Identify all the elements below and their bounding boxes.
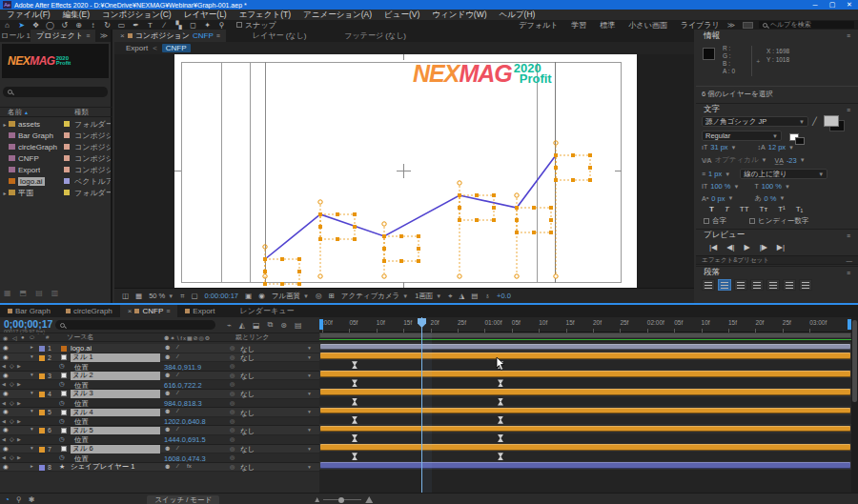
prev-keyframe-button[interactable]: ◀ — [2, 400, 6, 406]
eye-column-icon[interactable]: ◉ — [3, 334, 8, 341]
project-item-name[interactable]: CNFP — [18, 154, 39, 163]
view-layout-select[interactable]: 1画面▼ — [415, 292, 441, 301]
parent-pickwhip-icon[interactable]: ◎ — [230, 372, 235, 378]
project-item-name[interactable]: circleGraph — [18, 143, 57, 151]
graph-editor-include-icon[interactable]: ◎ — [230, 362, 235, 369]
parent-pickwhip-icon[interactable]: ◎ — [230, 408, 235, 414]
project-row-assets[interactable]: ▸assetsフォルダー — [0, 118, 112, 130]
next-keyframe-button[interactable]: ▶ — [17, 436, 21, 442]
panel-menu-icon[interactable]: ≡ — [847, 232, 850, 239]
expander-icon[interactable]: ▾ — [31, 445, 33, 451]
label-swatch[interactable] — [60, 154, 72, 163]
menu-item-2[interactable]: コンポジション(C) — [102, 10, 172, 21]
timeline-tab-CNFP[interactable]: ×CNFP≡ — [120, 305, 178, 317]
quality-switch-icon[interactable]: ⚉ — [165, 445, 170, 452]
font-style-select[interactable]: Regular▼ — [702, 131, 782, 141]
zoom-out-mountain-icon[interactable] — [315, 497, 319, 502]
property-row-ヌル 6[interactable]: ◀◇▶◷位置1608.0,474.3◎ — [0, 454, 319, 463]
channels-icon[interactable]: ◉ — [258, 292, 265, 300]
null-point-2[interactable] — [318, 200, 357, 278]
font-family-select[interactable]: 源ノ角ゴシック JP▼ — [702, 116, 808, 127]
workspace-icon[interactable] — [743, 22, 753, 29]
parent-link-column[interactable]: 親とリンク — [235, 333, 270, 342]
stopwatch-icon[interactable]: ◷ — [59, 454, 65, 461]
layer-duration-bar[interactable] — [320, 426, 850, 433]
position-value[interactable]: 384.0,911.9 — [164, 363, 201, 372]
keyframe-marker[interactable] — [352, 434, 358, 442]
timeline-tab-Bar Graph[interactable]: Bar Graph — [0, 305, 58, 317]
keyframe-marker[interactable] — [498, 453, 503, 460]
tab-overflow-icon[interactable]: ≫ — [100, 31, 111, 40]
quality-switch-icon[interactable]: ⚉ — [165, 344, 170, 351]
workspace-tab-2[interactable]: 標準 — [600, 20, 615, 30]
project-row-Export[interactable]: Exportコンポジション — [0, 164, 112, 175]
camera-select[interactable]: アクティブカメラ▼ — [341, 292, 408, 301]
layer-visibility-toggle[interactable]: ◉ — [3, 372, 9, 379]
add-keyframe-button[interactable]: ◇ — [10, 399, 14, 406]
layer-duration-bar[interactable] — [320, 389, 850, 395]
tab-layer[interactable]: レイヤー (なし) — [253, 30, 307, 41]
toolbar-dolly-camera-tool-icon[interactable]: ↕ — [86, 21, 100, 30]
position-value[interactable]: 1608.0,474.3 — [164, 454, 206, 463]
layer-duration-bar[interactable] — [320, 353, 850, 359]
expander-icon[interactable]: ▸ — [31, 463, 33, 469]
expander-icon[interactable]: ▾ — [31, 426, 33, 432]
timeline-icon[interactable]: ▤ — [471, 292, 478, 300]
layer-visibility-toggle[interactable]: ◉ — [3, 463, 9, 471]
label-swatch[interactable] — [60, 120, 72, 129]
stroke-width-value[interactable]: 1 px — [708, 170, 722, 178]
chevron-down-icon[interactable]: ▼ — [307, 464, 312, 470]
close-icon[interactable]: × — [128, 307, 133, 315]
zoom-in-mountain-icon[interactable] — [365, 496, 373, 503]
exposure-value[interactable]: +0.0 — [497, 292, 511, 300]
toolbar-orbit-camera-tool-icon[interactable]: ↺ — [57, 21, 72, 30]
effects-presets-collapsed[interactable]: エフェクト&プリセット— — [696, 255, 858, 265]
play-button[interactable]: ▶ — [744, 243, 749, 252]
quality-switch-icon[interactable]: ⚉ — [165, 372, 170, 378]
timeline-tab-circleGraph[interactable]: circleGraph — [58, 305, 120, 317]
line-graph[interactable] — [174, 54, 637, 288]
toolbar-roto-brush-tool-icon[interactable]: ✦ — [200, 21, 214, 30]
null-point-1[interactable] — [263, 245, 301, 286]
layer-row-ヌル 1[interactable]: ◉▾2ヌル 1⚉∕◎なし▼ — [0, 353, 319, 363]
label-swatch[interactable] — [60, 189, 72, 197]
resolution-select[interactable]: フル画質▼ — [272, 292, 309, 301]
paragraph-align-button-0[interactable] — [702, 279, 715, 291]
faux-bold-button[interactable]: T — [709, 205, 714, 213]
interpret-footage-icon[interactable]: ▦ — [4, 289, 11, 297]
graph-editor-icon[interactable]: ✱ — [29, 495, 35, 504]
panel-menu-icon[interactable]: ≡ — [166, 308, 170, 314]
timeline-zoom-control[interactable] — [315, 496, 373, 503]
first-frame-button[interactable]: |◀ — [709, 243, 717, 252]
chevron-down-icon[interactable]: ▼ — [307, 409, 312, 414]
null-point-3[interactable] — [382, 222, 420, 278]
position-value[interactable]: 984.0,818.3 — [164, 399, 202, 408]
next-keyframe-button[interactable]: ▶ — [17, 363, 21, 369]
quality-slash-icon[interactable]: ∕ — [177, 353, 178, 359]
quality-switch-icon[interactable]: ⚉ — [165, 463, 170, 470]
position-value[interactable]: 616.0,722.2 — [164, 381, 202, 390]
switch-mode-button[interactable]: スイッチ / モード — [147, 495, 219, 504]
transparency-grid-icon[interactable]: ⊞ — [329, 292, 335, 300]
layer-name[interactable]: ヌル 3 — [71, 390, 160, 398]
graph-editor-include-icon[interactable]: ◎ — [230, 417, 235, 424]
chevron-down-icon[interactable]: ▼ — [307, 446, 312, 452]
layer-row-ヌル 4[interactable]: ◉▾5ヌル 4⚉∕◎なし▼ — [0, 408, 319, 417]
all-caps-button[interactable]: TT — [740, 205, 749, 213]
parent-pickwhip-icon[interactable]: ◎ — [230, 463, 235, 470]
composition-canvas[interactable]: NEXMAG 2020Profit — [174, 54, 637, 288]
quality-slash-icon[interactable]: ∕ — [177, 408, 178, 413]
null-point-6[interactable] — [554, 141, 592, 278]
snap-toggle[interactable]: スナップ — [236, 20, 276, 30]
tab-footage[interactable]: フッテージ (なし) — [344, 30, 406, 41]
toolbar-eraser-tool-icon[interactable]: ◻ — [186, 21, 200, 30]
paragraph-align-button-3[interactable] — [750, 279, 764, 291]
tsume-value[interactable]: 0 % — [765, 194, 777, 203]
frame-blend-icon[interactable]: ⧉ — [268, 320, 274, 330]
layer-label-swatch[interactable] — [39, 465, 45, 471]
layer-label-swatch[interactable] — [39, 392, 45, 397]
chevron-down-icon[interactable]: ▼ — [307, 391, 312, 396]
prev-keyframe-button[interactable]: ◀ — [2, 436, 6, 442]
layer-duration-bar[interactable] — [320, 344, 850, 351]
property-row-ヌル 4[interactable]: ◀◇▶◷位置1202.0,640.8◎ — [0, 417, 319, 427]
